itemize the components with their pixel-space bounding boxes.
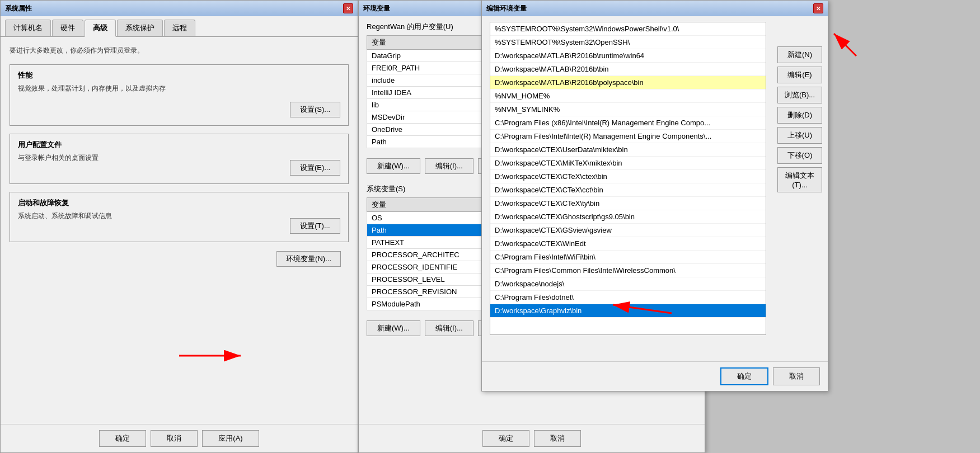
- path-right-btn-下移o[interactable]: 下移(O): [777, 147, 822, 164]
- path-list-item[interactable]: D:\workspace\MATLAB\R2016b\polyspace\bin: [490, 76, 766, 89]
- sys-props-apply-button[interactable]: 应用(A): [202, 430, 259, 447]
- tab-remote[interactable]: 远程: [164, 20, 195, 36]
- tab-computer-name[interactable]: 计算机名: [5, 20, 51, 36]
- performance-section: 性能 视觉效果，处理器计划，内存使用，以及虚拟内存 设置(S)...: [10, 64, 349, 126]
- path-list-item[interactable]: %NVM_SYMLINK%: [490, 103, 766, 116]
- performance-desc: 视觉效果，处理器计划，内存使用，以及虚拟内存: [18, 84, 340, 93]
- arrow-new-button: [834, 34, 856, 56]
- sys-new-button[interactable]: 新建(W)...: [367, 320, 420, 336]
- path-edit-title: 编辑环境变量: [486, 4, 527, 13]
- path-right-btn-新建n[interactable]: 新建(N): [777, 46, 822, 63]
- path-edit-window: 编辑环境变量 ✕ %SYSTEMROOT%\System32\WindowsPo…: [481, 0, 828, 391]
- path-list-item[interactable]: C:\Program Files\Intel\WiFi\bin\: [490, 251, 766, 264]
- path-list-item[interactable]: D:\workspace\MATLAB\R2016b\bin: [490, 63, 766, 76]
- user-profile-section: 用户配置文件 与登录帐户相关的桌面设置 设置(E)...: [10, 134, 349, 184]
- env-vars-title: 环境变量: [363, 4, 390, 13]
- close-button[interactable]: ✕: [343, 3, 353, 13]
- user-edit-button[interactable]: 编辑(I)...: [425, 158, 473, 174]
- path-right-btn-删除d[interactable]: 删除(D): [777, 107, 822, 124]
- path-list-item[interactable]: C:\Program Files\Intel\Intel(R) Manageme…: [490, 130, 766, 143]
- path-list-item[interactable]: D:\workspace\CTEX\CTeX\ty\bin: [490, 197, 766, 210]
- performance-title: 性能: [18, 70, 340, 81]
- path-list-item[interactable]: D:\workspace\CTEX\WinEdt: [490, 237, 766, 251]
- path-list-item[interactable]: D:\workspace\MATLAB\R2016b\runtime\win64: [490, 49, 766, 63]
- notice-text: 要进行大多数更改，你必须作为管理员登录。: [10, 46, 349, 55]
- env-variables-button[interactable]: 环境变量(N)...: [276, 251, 341, 267]
- sys-props-window: 系统属性 ✕ 计算机名 硬件 高级 系统保护 远程 要进行大多数更改，你必须作为…: [0, 0, 358, 453]
- sys-props-ok-button[interactable]: 确定: [99, 430, 146, 447]
- sys-props-content: 要进行大多数更改，你必须作为管理员登录。 性能 视觉效果，处理器计划，内存使用，…: [1, 37, 358, 276]
- path-right-btn-浏览b[interactable]: 浏览(B)...: [777, 87, 822, 103]
- path-list-item[interactable]: C:\Program Files (x86)\Intel\Intel(R) Ma…: [490, 116, 766, 130]
- path-right-btn-上移u[interactable]: 上移(U): [777, 127, 822, 144]
- user-profile-title: 用户配置文件: [18, 140, 340, 150]
- path-right-btn-编辑e[interactable]: 编辑(E): [777, 67, 822, 83]
- path-list-item[interactable]: %NVM_HOME%: [490, 89, 766, 103]
- path-list-item[interactable]: D:\workspace\CTEX\CTeX\cct\bin: [490, 183, 766, 197]
- path-list-item[interactable]: D:\workspace\CTEX\CTeX\ctex\bin: [490, 170, 766, 183]
- path-list-item[interactable]: %SYSTEMROOT%\System32\WindowsPowerShell\…: [490, 22, 766, 36]
- path-list-item[interactable]: %SYSTEMROOT%\System32\OpenSSH\: [490, 36, 766, 49]
- path-ok-button[interactable]: 确定: [720, 367, 768, 385]
- path-edit-titlebar: 编辑环境变量 ✕: [482, 1, 828, 16]
- sys-edit-button[interactable]: 编辑(I)...: [425, 320, 473, 336]
- path-right-buttons: 新建(N)编辑(E)浏览(B)...删除(D)上移(U)下移(O)编辑文本(T)…: [772, 46, 828, 192]
- sys-props-cancel-button[interactable]: 取消: [151, 430, 198, 447]
- env-ok-button[interactable]: 确定: [482, 430, 529, 447]
- startup-section: 启动和故障恢复 系统启动、系统故障和调试信息 设置(T)...: [10, 192, 349, 242]
- user-profile-settings-button[interactable]: 设置(E)...: [290, 160, 340, 176]
- path-list-item[interactable]: D:\workspace\Graphviz\bin: [490, 304, 766, 318]
- env-vars-bottom-bar: 确定 取消: [359, 424, 705, 452]
- sys-props-titlebar: 系统属性 ✕: [1, 1, 358, 16]
- path-list[interactable]: %SYSTEMROOT%\System32\WindowsPowerShell\…: [490, 22, 766, 335]
- path-list-item[interactable]: D:\workspace\CTEX\Ghostscript\gs9.05\bin: [490, 210, 766, 224]
- path-list-item[interactable]: D:\workspace\nodejs\: [490, 277, 766, 291]
- tab-system-protection[interactable]: 系统保护: [117, 20, 163, 36]
- user-new-button[interactable]: 新建(W)...: [367, 158, 420, 174]
- startup-title: 启动和故障恢复: [18, 198, 340, 208]
- env-cancel-button[interactable]: 取消: [534, 430, 581, 447]
- startup-settings-button[interactable]: 设置(T)...: [290, 218, 340, 234]
- path-list-item[interactable]: C:\Program Files\Common Files\Intel\Wire…: [490, 264, 766, 277]
- tab-hardware[interactable]: 硬件: [52, 20, 83, 36]
- path-cancel-button[interactable]: 取消: [773, 367, 820, 385]
- path-list-item[interactable]: D:\workspace\CTEX\MiKTeX\miktex\bin: [490, 157, 766, 170]
- path-list-item[interactable]: D:\workspace\CTEX\GSview\gsview: [490, 224, 766, 237]
- path-close-button[interactable]: ✕: [813, 3, 823, 13]
- path-list-item[interactable]: C:\Program Files\dotnet\: [490, 291, 766, 304]
- path-edit-bottom: 确定 取消: [482, 361, 828, 391]
- path-list-item[interactable]: D:\workspace\CTEX\UserData\miktex\bin: [490, 143, 766, 157]
- tab-advanced[interactable]: 高级: [85, 20, 116, 37]
- path-right-btn-编辑文本t[interactable]: 编辑文本(T)...: [777, 167, 822, 192]
- sys-props-bottom-bar: 确定 取消 应用(A): [1, 424, 358, 452]
- performance-settings-button[interactable]: 设置(S)...: [290, 102, 340, 117]
- sys-props-title: 系统属性: [5, 4, 32, 13]
- tab-bar: 计算机名 硬件 高级 系统保护 远程: [1, 16, 358, 37]
